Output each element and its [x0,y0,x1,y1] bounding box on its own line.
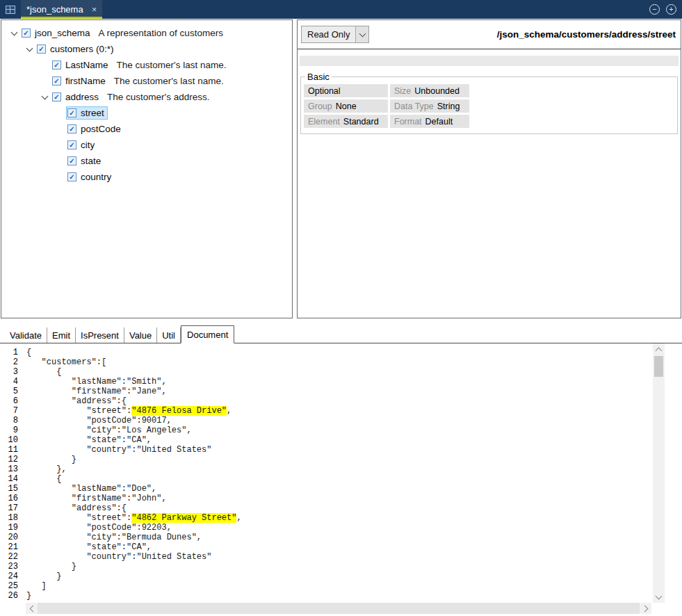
code-text: } [26,562,76,572]
tree-node: ✓state [67,155,104,167]
code-text: "address":{ [26,503,127,513]
tree-node: ✓LastName [51,59,111,71]
document-view: 1{2 "customers":[3 {4 "lastName":"Smith"… [0,343,682,603]
highlighted-text: "4862 Parkway Street" [131,513,236,523]
horizontal-scroll-thumb[interactable] [38,603,640,614]
scroll-up-icon[interactable] [653,343,665,355]
code-text: "firstName":"John", [26,494,167,503]
tree-item-country[interactable]: ✓country [7,169,292,185]
tree-item-label: city [81,140,95,150]
code-text: "lastName":"Smith", [26,377,167,387]
tab-ispresent[interactable]: IsPresent [76,327,124,343]
code-line: 5 "firstName":"Jane", [0,387,653,396]
tree-item-label: json_schema [35,28,90,38]
mode-select[interactable]: Read Only [301,26,369,43]
line-number: 26 [0,591,18,601]
line-number: 7 [0,406,18,416]
chevron-down-icon[interactable] [355,26,368,42]
basic-group-legend: Basic [305,72,332,82]
code-text: "postCode":92203, [26,523,172,533]
code-line: 26} [0,591,653,601]
tree-node: ✓country [67,171,114,183]
tree-item-label: customers (0:*) [50,44,114,54]
line-number: 23 [0,562,18,572]
code-line: 10 "state":"CA", [0,435,653,445]
tree-item-label: postCode [81,124,121,134]
property-cell-size: SizeUnbounded [390,84,469,97]
collapse-all-circle-icon[interactable]: − [649,4,660,15]
vertical-scrollbar[interactable] [653,343,665,603]
element-icon: ✓ [67,140,76,149]
scroll-right-icon[interactable] [640,603,651,614]
line-number: 22 [0,552,18,562]
code-line: 22 "country":"United States" [0,552,653,562]
code-text: } [26,591,31,601]
details-header: Read Only /json_schema/customers/address… [298,20,681,49]
tree-node: ✓city [67,139,97,151]
tree-item-label: street [81,108,104,118]
tree-node: ✓street [67,107,107,119]
element-icon: ✓ [22,29,31,38]
tree-node: ✓address [51,91,102,103]
tree-item-city[interactable]: ✓city [7,137,292,153]
code-line: 9 "city":"Los Angeles", [0,425,653,435]
scroll-left-icon[interactable] [26,603,38,614]
tree-item-json-schema[interactable]: ✓json_schemaA representation of customer… [7,25,292,41]
horizontal-scrollbar[interactable] [26,603,651,614]
property-cell-data-type: Data TypeString [390,99,469,113]
code-line: 14 { [0,474,653,484]
titlebar-actions: − + [649,4,676,15]
tab-validate[interactable]: Validate [5,327,47,343]
vertical-scroll-thumb[interactable] [654,356,663,377]
property-value: Standard [343,117,379,127]
tree-item-address[interactable]: ✓addressThe customer's address. [7,89,292,105]
tab-util[interactable]: Util [157,327,181,343]
line-number: 18 [0,513,18,523]
tree-item-description: The customer's address. [107,92,209,102]
expand-chevron-icon[interactable] [22,48,36,51]
expand-chevron-icon[interactable] [38,96,51,99]
code-text: "state":"CA", [26,542,152,552]
code-line: 25 ] [0,581,653,591]
element-icon: ✓ [37,44,46,54]
tree-item-label: state [81,156,101,166]
element-icon: ✓ [52,60,61,70]
tab-document[interactable]: Document [181,325,234,343]
line-number: 6 [0,396,18,406]
tree-item-firstname[interactable]: ✓firstNameThe customer's last name. [7,73,292,89]
tree-item-customers-0[interactable]: ✓customers (0:*) [7,41,292,57]
code-text: { [26,348,31,357]
code-line: 19 "postCode":92203, [0,523,653,533]
property-label: Size [394,86,411,96]
expand-chevron-icon[interactable] [7,32,21,35]
tree-item-description: The customer's last name. [114,76,224,86]
expand-all-circle-icon[interactable]: + [666,4,676,15]
tree-item-state[interactable]: ✓state [7,153,292,169]
code-text: { [26,474,61,484]
tab-close-icon[interactable]: × [92,4,97,15]
tab-value[interactable]: Value [124,327,157,343]
line-number: 14 [0,474,18,484]
highlighted-text: "4876 Felosa Drive" [131,406,227,416]
line-number: 25 [0,581,18,591]
property-value: Optional [308,86,341,96]
element-icon: ✓ [67,172,76,181]
tab-emit[interactable]: Emit [47,327,76,343]
code-line: 4 "lastName":"Smith", [0,377,653,387]
code-editor[interactable]: 1{2 "customers":[3 {4 "lastName":"Smith"… [0,343,653,603]
scroll-down-icon[interactable] [653,591,665,603]
line-number: 11 [0,445,18,455]
line-number: 19 [0,523,18,533]
tree-item-street[interactable]: ✓street [7,105,292,121]
line-number: 5 [0,387,18,396]
tree-item-postcode[interactable]: ✓postCode [7,121,292,137]
tree-item-lastname[interactable]: ✓LastNameThe customer's last name. [7,57,292,73]
tree-node: ✓customers (0:*) [36,43,117,55]
line-number: 15 [0,484,18,494]
element-icon: ✓ [52,76,61,86]
details-toolbar-strip [300,56,679,66]
document-tab-json-schema[interactable]: *json_schema × [21,0,102,19]
code-line: 21 "state":"CA", [0,542,653,552]
code-line: 23 } [0,562,653,572]
code-text: "city":"Los Angeles", [26,425,192,435]
